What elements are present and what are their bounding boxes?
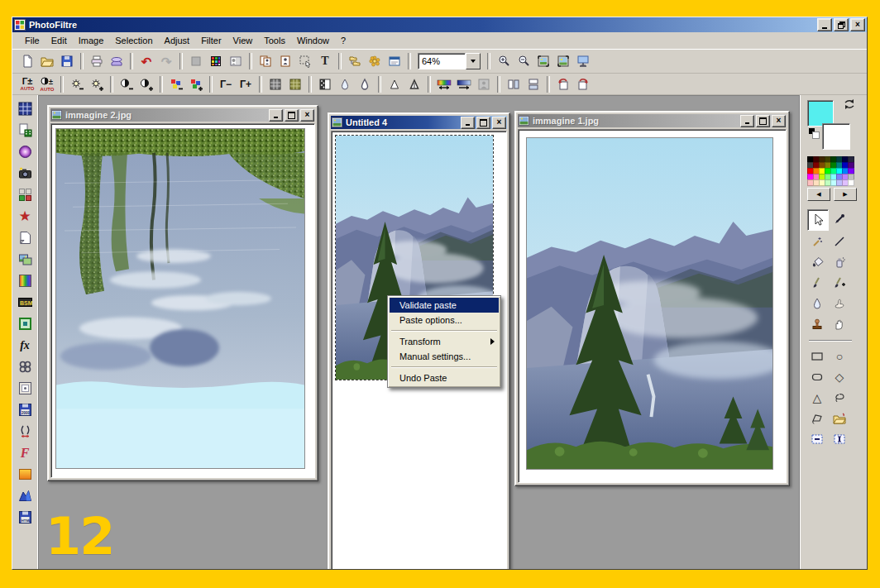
transparent-color-icon[interactable] — [226, 52, 246, 71]
brightness-minus-icon[interactable] — [67, 74, 87, 93]
ellipse-shape-icon[interactable]: ○ — [830, 347, 849, 366]
save-icon[interactable] — [57, 52, 77, 71]
paste-icon[interactable] — [275, 52, 295, 71]
doc-close-button[interactable]: × — [772, 115, 786, 127]
blue-variation-icon[interactable] — [454, 74, 474, 93]
copy-icon[interactable] — [256, 52, 275, 71]
rhombus-shape-icon[interactable]: ◇ — [830, 367, 849, 387]
lasso-tool-icon[interactable] — [830, 388, 849, 408]
gamma-plus-icon[interactable]: Γ+ — [236, 74, 256, 93]
doc-maximize-button[interactable] — [285, 109, 299, 122]
close-button[interactable]: × — [850, 18, 865, 31]
arrow-tool-icon[interactable] — [807, 209, 829, 231]
patterns-icon[interactable] — [15, 357, 35, 376]
menu-item-paste-options[interactable]: Paste options... — [390, 313, 499, 327]
script-f-icon[interactable]: F — [15, 443, 35, 462]
page-curl-icon[interactable] — [15, 228, 35, 247]
spray-tool-icon[interactable] — [830, 252, 849, 272]
rotate-right-icon[interactable] — [573, 74, 593, 93]
stamp-frame-icon[interactable] — [15, 379, 35, 398]
pipette-tool-icon[interactable] — [830, 209, 849, 229]
fill-tool-icon[interactable] — [807, 252, 827, 272]
triangle-shape-icon[interactable]: △ — [807, 388, 827, 408]
sepia-icon[interactable] — [285, 74, 305, 93]
doc-maximize-button[interactable] — [756, 115, 770, 127]
clone-stamp-tool-icon[interactable] — [807, 314, 827, 334]
sharpen-icon[interactable] — [385, 74, 404, 93]
doc-titlebar[interactable]: Untitled 4 × — [331, 116, 507, 129]
flip-vertical-icon[interactable] — [524, 74, 543, 93]
palette-swatch[interactable] — [848, 179, 854, 186]
doc-titlebar[interactable]: immagine 1.jpg × — [518, 114, 787, 127]
menu-file[interactable]: File — [19, 34, 45, 47]
camera-icon[interactable] — [15, 164, 35, 183]
spacing-icon[interactable] — [15, 422, 35, 441]
restore-button[interactable] — [834, 18, 849, 31]
undo-icon[interactable]: ↶ — [136, 52, 156, 71]
grayscale-icon[interactable] — [265, 74, 285, 93]
default-colors-icon[interactable] — [809, 128, 819, 138]
selection-option-b-icon[interactable] — [830, 429, 849, 449]
document-window-immagine1[interactable]: immagine 1.jpg × — [514, 111, 790, 486]
doc-minimize-button[interactable] — [269, 109, 283, 122]
star-icon[interactable]: ★ — [15, 207, 35, 226]
polygon-tool-icon[interactable] — [807, 409, 827, 428]
zoom-in-icon[interactable] — [494, 52, 514, 71]
doc-close-button[interactable]: × — [492, 117, 506, 129]
menu-item-validate-paste[interactable]: Validate paste — [390, 298, 499, 313]
contrast-minus-icon[interactable] — [117, 74, 136, 93]
zoom-dropdown-arrow[interactable] — [466, 53, 481, 69]
smudge-tool-icon[interactable] — [830, 294, 849, 313]
rotate-left-icon[interactable] — [553, 74, 573, 93]
sharpen-more-icon[interactable] — [404, 74, 424, 93]
flip-horizontal-icon[interactable] — [504, 74, 524, 93]
move-hand-tool-icon[interactable] — [830, 314, 849, 334]
doc-minimize-button[interactable] — [461, 117, 475, 129]
zoom-out-icon[interactable] — [514, 52, 533, 71]
background-color-swatch[interactable] — [822, 123, 850, 150]
full-size-icon[interactable] — [553, 52, 573, 71]
line-tool-icon[interactable] — [830, 232, 849, 251]
blur-icon[interactable] — [335, 74, 355, 93]
document-window-immagine2[interactable]: immagine 2.jpg × — [47, 105, 318, 481]
dialog-icon[interactable] — [385, 52, 404, 71]
menu-item-manual-settings[interactable]: Manual settings... — [390, 349, 499, 364]
scan-icon[interactable] — [107, 52, 127, 71]
saturation-minus-icon[interactable] — [166, 74, 186, 93]
brush-tool-icon[interactable] — [807, 273, 827, 293]
selection-option-a-icon[interactable] — [807, 429, 827, 449]
gamma-minus-icon[interactable]: Γ− — [216, 74, 236, 93]
menu-filter[interactable]: Filter — [195, 34, 227, 47]
halftone-icon[interactable] — [315, 74, 335, 93]
zoom-dropdown[interactable]: 64% — [418, 53, 481, 69]
doc-close-button[interactable]: × — [300, 109, 314, 122]
film-export-icon[interactable] — [15, 121, 35, 140]
doc-canvas[interactable] — [50, 123, 315, 478]
fit-window-icon[interactable] — [533, 52, 553, 71]
rounded-rectangle-shape-icon[interactable] — [807, 367, 827, 387]
open-icon[interactable] — [37, 52, 57, 71]
rainbow-texture-icon[interactable] — [15, 271, 35, 290]
frame-icon[interactable] — [15, 314, 35, 333]
doc-maximize-button[interactable] — [476, 117, 490, 129]
minimize-button[interactable] — [817, 18, 832, 31]
photos-icon[interactable] — [15, 250, 35, 269]
menu-item-transform[interactable]: Transform — [390, 334, 499, 349]
floppy-2000-icon[interactable]: 2000 — [15, 400, 35, 419]
advanced-brush-tool-icon[interactable] — [830, 273, 849, 293]
load-selection-icon[interactable] — [830, 409, 849, 428]
menu-adjust[interactable]: Adjust — [159, 34, 196, 47]
hue-variation-icon[interactable] — [434, 74, 454, 93]
gamma-auto-icon[interactable]: Γ±AUTO — [17, 74, 37, 93]
app-titlebar[interactable]: PhotoFiltre × — [12, 17, 867, 32]
plasma-icon[interactable] — [15, 142, 35, 161]
menu-selection[interactable]: Selection — [109, 34, 158, 47]
tiles-icon[interactable] — [15, 185, 35, 204]
menu-help[interactable]: ? — [335, 34, 352, 47]
contrast-auto-icon[interactable]: ±AUTO — [37, 74, 57, 93]
new-icon[interactable] — [17, 52, 37, 71]
orange-gradient-icon[interactable] — [15, 465, 35, 484]
zoom-value[interactable]: 64% — [418, 53, 466, 69]
text-tool-icon[interactable]: T — [315, 52, 335, 71]
saturation-plus-icon[interactable] — [186, 74, 206, 93]
